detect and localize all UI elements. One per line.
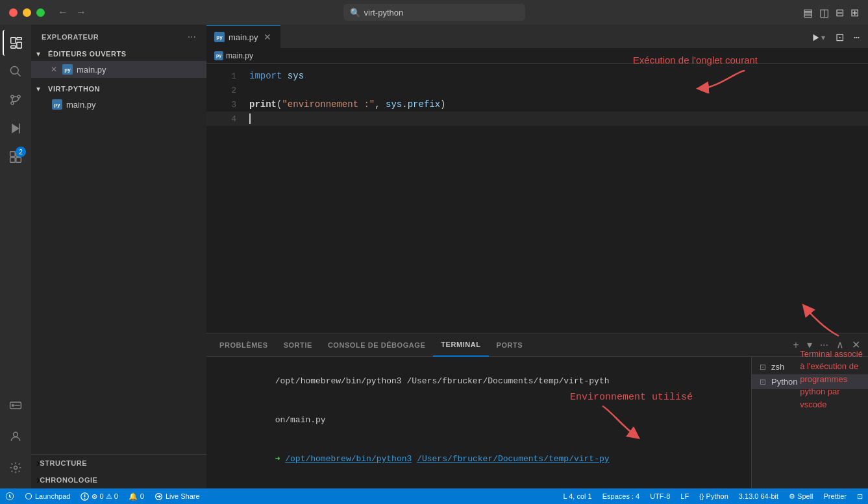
nav-forward-button[interactable]: → [73, 5, 89, 19]
activity-remote[interactable] [3, 392, 29, 418]
status-encoding[interactable]: UTF-8 [645, 488, 675, 504]
editor-area: py main.py ✕ ▾ ⊡ ··· py main.py E [206, 25, 868, 488]
activity-extensions[interactable]: 2 [3, 144, 29, 170]
terminal-content[interactable]: /opt/homebrew/bin/python3 /Users/fbrucke… [206, 357, 751, 488]
search-input[interactable] [364, 8, 519, 18]
search-bar[interactable]: 🔍 [343, 4, 525, 21]
more-actions-button[interactable]: ··· [849, 29, 863, 45]
status-position[interactable]: L 4, col 1 [558, 488, 597, 504]
svg-point-7 [18, 95, 20, 98]
status-prettier-text: Prettier [824, 492, 847, 500]
minimize-button[interactable] [23, 8, 31, 17]
line-number-2: 2 [217, 86, 236, 95]
terminal-item-python[interactable]: ⊡ Python [752, 374, 868, 389]
code-text-1: import sys [249, 71, 304, 81]
activity-search[interactable] [3, 58, 29, 84]
status-layout[interactable]: ⊡ [852, 488, 868, 504]
panel-tabs: PROBLÈMES SORTIE CONSOLE DE DÉBOGAGE TER… [206, 333, 868, 357]
panel-close[interactable]: ✕ [849, 337, 863, 352]
activity-account[interactable] [3, 424, 29, 450]
structure-label: STRUCTURE [40, 459, 87, 467]
layout-icon-1[interactable]: ▤ [803, 6, 813, 19]
status-liveshare[interactable]: Live Share [149, 488, 205, 504]
title-bar-right: ▤ ◫ ⊟ ⊞ [803, 6, 868, 19]
tab-close-button[interactable]: ✕ [262, 32, 273, 42]
panel-tab-console[interactable]: CONSOLE DE DÉBOGAGE [320, 333, 433, 357]
status-bell[interactable]: 🔔 0 [123, 488, 149, 504]
status-eol[interactable]: LF [675, 488, 694, 504]
code-area[interactable]: 1 import sys 2 3 print("environnement :"… [206, 64, 868, 333]
panel-add-terminal[interactable]: + [790, 338, 801, 352]
status-python-version-text: 3.13.0 64-bit [739, 492, 778, 500]
open-editors-label: ÉDITEURS OUVERTS [48, 50, 127, 58]
panel-tab-problems[interactable]: PROBLÈMES [212, 333, 276, 357]
sidebar-more-button[interactable]: ··· [188, 31, 196, 43]
svg-rect-2 [17, 42, 21, 48]
breadcrumb-text: main.py [226, 51, 253, 60]
status-bar: Launchpad ⊗ 0 ⚠ 0 🔔 0 Live Share L 4, co… [0, 488, 868, 504]
panel-terminal-dropdown[interactable]: ▾ [804, 337, 815, 352]
activity-run[interactable] [3, 115, 29, 141]
activity-git[interactable] [3, 87, 29, 113]
virt-python-label: VIRT-PYTHON [48, 85, 100, 93]
svg-point-6 [11, 95, 14, 98]
panel-maximize[interactable]: ∧ [834, 337, 847, 352]
tab-file-name: main.py [229, 32, 258, 42]
svg-rect-11 [10, 152, 16, 157]
terminal-line-3: ➜ /opt/homebrew/bin/python3 /Users/fbruc… [214, 440, 743, 479]
terminal-item-zsh[interactable]: ⊡ zsh [752, 359, 868, 374]
status-errors[interactable]: ⊗ 0 ⚠ 0 [75, 488, 123, 504]
status-python-version[interactable]: 3.13.0 64-bit [734, 488, 784, 504]
traffic-lights [0, 8, 45, 17]
panel-more-actions[interactable]: ··· [817, 338, 831, 352]
nav-back-button[interactable]: ← [55, 5, 71, 19]
activity-files[interactable] [3, 30, 29, 56]
code-text-3: print("environnement :", sys.prefix) [249, 99, 446, 110]
file-close-icon[interactable]: ✕ [49, 65, 58, 74]
editor-content[interactable]: 1 import sys 2 3 print("environnement :"… [206, 64, 868, 333]
panel-tab-actions: + ▾ ··· ∧ ✕ [790, 337, 863, 352]
terminal-icon-zsh: ⊡ [760, 363, 766, 372]
activity-bar: 2 [0, 25, 31, 488]
status-layout-text: ⊡ [857, 492, 863, 501]
close-button[interactable] [9, 8, 18, 17]
section-virt-python[interactable]: ▾ VIRT-PYTHON [31, 82, 206, 96]
status-remote[interactable] [0, 488, 19, 504]
panel: PROBLÈMES SORTIE CONSOLE DE DÉBOGAGE TER… [206, 333, 868, 488]
svg-rect-3 [11, 46, 16, 49]
maximize-button[interactable] [36, 8, 45, 17]
status-launchpad[interactable]: Launchpad [19, 488, 75, 504]
svg-marker-20 [813, 34, 819, 41]
activity-settings[interactable] [3, 455, 29, 481]
activity-bottom [3, 392, 29, 488]
line-number-3: 3 [217, 100, 236, 110]
code-line-2: 2 [206, 83, 868, 97]
status-prettier[interactable]: Prettier [819, 488, 852, 504]
layout-icon-2[interactable]: ◫ [819, 6, 829, 19]
terminal-python-label: Python [771, 377, 797, 387]
run-dropdown-icon: ▾ [821, 33, 825, 42]
layout-icon-3[interactable]: ⊟ [836, 6, 844, 19]
tree-file-main-py[interactable]: py main.py [31, 96, 206, 113]
split-editor-button[interactable]: ⊡ [832, 30, 848, 45]
open-file-name: main.py [77, 65, 106, 75]
section-open-editors[interactable]: ▾ ÉDITEURS OUVERTS [31, 47, 206, 61]
sidebar-title: EXPLORATEUR [42, 33, 99, 41]
panel-tab-ports[interactable]: PORTS [489, 333, 531, 357]
status-spaces[interactable]: Espaces : 4 [597, 488, 645, 504]
tab-main-py[interactable]: py main.py ✕ [206, 25, 280, 48]
sidebar-section-chronologie[interactable]: › CHRONOLOGIE [31, 472, 206, 488]
svg-rect-0 [11, 38, 16, 43]
status-language[interactable]: {} Python [694, 488, 734, 504]
panel-tab-sortie[interactable]: SORTIE [276, 333, 320, 357]
status-right: L 4, col 1 Espaces : 4 UTF-8 LF {} Pytho… [558, 488, 868, 504]
status-spell[interactable]: ⚙ Spell [784, 488, 819, 504]
layout-icon-4[interactable]: ⊞ [850, 6, 859, 19]
file-item-main-py-open[interactable]: ✕ py main.py [31, 61, 206, 78]
run-button[interactable]: ▾ [806, 32, 830, 43]
panel-tab-terminal[interactable]: TERMINAL [433, 333, 488, 357]
terminal-line-1: /opt/homebrew/bin/python3 /Users/fbrucke… [214, 362, 743, 401]
extensions-badge: 2 [16, 147, 26, 157]
terminal-line-4: thon/main.py [214, 479, 743, 488]
sidebar-section-structure[interactable]: › STRUCTURE [31, 455, 206, 472]
